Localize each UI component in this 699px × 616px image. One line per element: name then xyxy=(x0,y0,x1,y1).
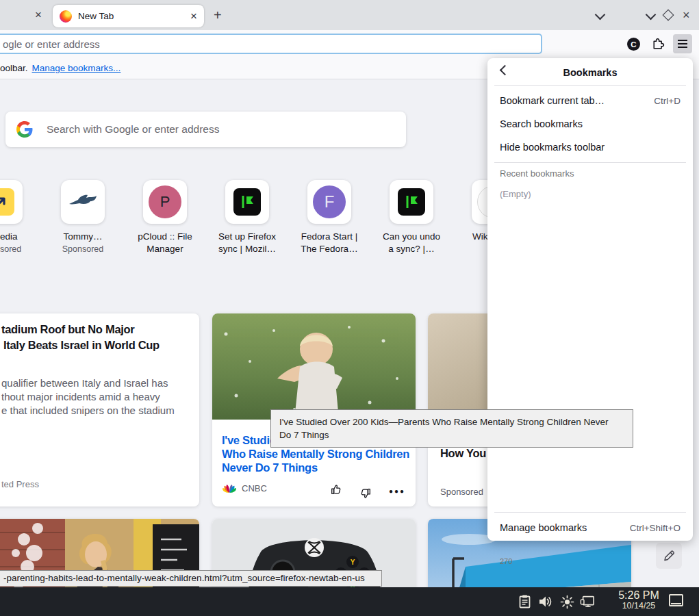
thumbs-up-icon[interactable] xyxy=(330,483,342,498)
shortcut-sublabel: Sponsored xyxy=(42,244,124,254)
headline-tooltip: I've Studied Over 200 Kids—Parents Who R… xyxy=(270,409,633,448)
menu-item-bookmark-current-tab[interactable]: Bookmark current tab… Ctrl+D xyxy=(487,89,693,112)
navigation-toolbar: C xyxy=(0,30,699,57)
hamburger-menu-button[interactable] xyxy=(673,34,692,53)
link-status-tooltip: -parenting-habits-lead-to-mentally-weak-… xyxy=(0,570,382,587)
tab-close-icon[interactable]: × xyxy=(190,10,197,22)
new-tab-button[interactable]: + xyxy=(214,8,222,22)
thumbs-down-icon[interactable] xyxy=(359,485,372,500)
minimize-icon[interactable] xyxy=(646,10,657,21)
newtab-search-box[interactable] xyxy=(5,112,406,147)
previous-tab-close-icon[interactable]: × xyxy=(35,9,42,21)
fedora-icon: F xyxy=(313,185,346,218)
sponsored-label: Sponsored xyxy=(440,487,483,497)
tab-list-chevron-icon[interactable] xyxy=(595,10,606,21)
bookmarks-toolbar-message: oolbar. xyxy=(0,63,28,73)
menu-item-hide-bookmarks-toolbar[interactable]: Hide bookmarks toolbar xyxy=(487,136,693,159)
firefox-icon xyxy=(60,10,72,23)
story-publisher: ted Press xyxy=(1,479,39,489)
brightness-icon[interactable] xyxy=(559,593,574,610)
shortcut-label: edia xyxy=(0,231,42,243)
tab-title: New Tab xyxy=(78,11,190,21)
maximize-icon[interactable] xyxy=(663,10,674,21)
tab-strip: × New Tab × + × xyxy=(0,0,699,30)
url-input[interactable] xyxy=(0,38,541,50)
story-card-italy[interactable]: tadium Roof but No Major Italy Beats Isr… xyxy=(0,313,199,506)
panel-title: Bookmarks xyxy=(487,67,693,78)
firefox-window: × New Tab × + × C oolbar. Manage bookmar… xyxy=(0,0,699,616)
taskbar-clock[interactable]: 5:26 PM 10/14/25 xyxy=(615,589,663,611)
menu-item-manage-bookmarks[interactable]: Manage bookmarks Ctrl+Shift+O xyxy=(487,516,693,539)
manage-bookmarks-link[interactable]: Manage bookmarks... xyxy=(32,63,121,73)
taskbar: 5:26 PM 10/14/25 xyxy=(0,587,699,616)
story-excerpt: qualifier between Italy and Israel has t… xyxy=(1,376,175,418)
toddler-field-photo xyxy=(212,313,416,420)
shortcut-label: Can you undoa sync? |… xyxy=(370,231,453,255)
marlin-fish-icon xyxy=(68,192,97,212)
google-logo-icon xyxy=(16,121,33,138)
url-bar[interactable] xyxy=(0,34,542,54)
shortcut-label: Tommy… xyxy=(42,231,124,243)
shortcut-undo-sync[interactable]: Can you undoa sync? |… xyxy=(370,180,453,255)
personalize-newtab-button[interactable] xyxy=(656,543,682,569)
story-publisher: CNBC xyxy=(242,483,267,493)
shortcut-tommy[interactable]: Tommy… Sponsored xyxy=(42,180,124,254)
shortcut-hint: Ctrl+Shift+O xyxy=(630,523,681,533)
story-headline[interactable]: tadium Roof but No Major Italy Beats Isr… xyxy=(1,322,160,353)
divider xyxy=(494,85,686,86)
shortcut-firefox-sync[interactable]: Set up Firefoxsync | Mozil… xyxy=(206,180,288,255)
shortcut-label: pCloud :: FileManager xyxy=(124,231,206,255)
show-desktop-button[interactable] xyxy=(669,594,683,606)
mozilla-support-icon xyxy=(233,188,261,216)
mozilla-support-icon xyxy=(398,188,425,216)
extension-c-icon[interactable]: C xyxy=(627,38,640,51)
expedia-arrow-icon xyxy=(0,188,14,216)
recent-bookmarks-label: Recent bookmarks xyxy=(500,168,574,179)
pencil-icon xyxy=(662,549,676,563)
window-close-icon[interactable]: × xyxy=(683,9,690,21)
shortcut-hint: Ctrl+D xyxy=(654,96,681,106)
display-settings-icon[interactable] xyxy=(580,593,595,610)
empty-label: (Empty) xyxy=(500,189,531,199)
bookmarks-panel: Bookmarks Bookmark current tab… Ctrl+D S… xyxy=(487,58,693,541)
more-options-icon[interactable]: ●●● xyxy=(389,487,405,495)
divider xyxy=(494,512,686,513)
divider xyxy=(494,162,686,163)
shortcut-expedia[interactable]: edia sored xyxy=(0,180,42,254)
publisher-row: CNBC xyxy=(222,483,267,493)
cnbc-peacock-icon xyxy=(222,483,237,493)
date-label: 10/14/25 xyxy=(615,602,663,611)
shortcut-sublabel: sored xyxy=(0,244,42,254)
menu-item-search-bookmarks[interactable]: Search bookmarks xyxy=(487,112,693,136)
extensions-puzzle-icon[interactable] xyxy=(650,37,665,54)
clipboard-icon[interactable] xyxy=(517,593,532,610)
svg-text:270: 270 xyxy=(500,557,512,565)
search-input[interactable] xyxy=(45,123,395,136)
time-label: 5:26 PM xyxy=(615,589,663,602)
shortcut-label: Set up Firefoxsync | Mozil… xyxy=(206,231,288,255)
tab-new-tab[interactable]: New Tab × xyxy=(53,5,204,27)
shortcut-fedora[interactable]: F Fedora Start |The Fedora… xyxy=(288,180,370,255)
pcloud-icon: P xyxy=(149,185,181,218)
shortcut-pcloud[interactable]: P pCloud :: FileManager xyxy=(124,180,206,255)
volume-icon[interactable] xyxy=(538,593,553,610)
svg-text:Y: Y xyxy=(351,559,355,566)
shortcut-label: Fedora Start |The Fedora… xyxy=(288,231,370,255)
